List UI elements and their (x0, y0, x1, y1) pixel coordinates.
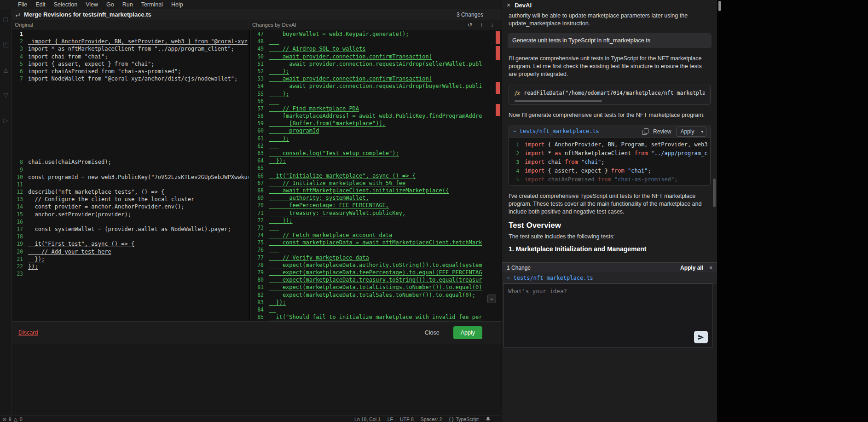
run-icon[interactable]: ▷ (4, 117, 8, 124)
merge-title-bar: ⇄ Merge Revisions for tests/nft_marketpl… (12, 9, 502, 20)
menu-item[interactable]: Edit (31, 1, 50, 8)
menu-item[interactable]: Selection (50, 1, 81, 8)
scrollbar-thumb[interactable] (718, 1, 721, 11)
close-button[interactable]: Close (418, 327, 446, 339)
dismiss-changes-icon[interactable]: × (709, 265, 712, 271)
code-line: 72 }); (251, 217, 502, 224)
notifications-bell-icon[interactable] (486, 416, 491, 422)
line-number: 23 (12, 270, 23, 277)
line-number: 6 (12, 68, 23, 75)
code-text: expect(marketplaceData.totalSales.toNumb… (269, 291, 475, 299)
error-count: 9 (9, 416, 12, 422)
undo-change-icon[interactable]: ↺ (468, 22, 472, 28)
line-number: 71 (251, 209, 264, 217)
line-number: 76 (251, 246, 264, 254)
code-card-filename[interactable]: ~ tests/nft_marketplace.ts (513, 127, 599, 135)
language-indicator[interactable]: { } TypeScript (449, 416, 479, 422)
code-text: expect(marketplaceData.totalListings.toN… (269, 283, 482, 291)
apply-button[interactable]: Apply (453, 326, 482, 339)
code-line: 58 [marketplaceAddress] = await web3.Pub… (251, 112, 502, 120)
chat-scroll-area[interactable]: authority will be able to update marketp… (502, 10, 717, 262)
devai-code-pane[interactable]: 47 buyerWallet = web3.Keypair.generate()… (251, 29, 502, 321)
diff-alignment-spacer (12, 82, 249, 158)
editor-overflow-menu-icon[interactable]: ≡ (487, 295, 496, 303)
line-number: 75 (251, 239, 264, 246)
code-line: 19 it("First test", async () => { (12, 240, 249, 248)
panel-scrollbar[interactable] (713, 179, 716, 207)
explorer-icon[interactable]: ▢ (3, 16, 8, 23)
code-card-header: ~ tests/nft_marketplace.ts Review Apply … (509, 125, 710, 138)
code-line: 64 }); (251, 157, 502, 164)
code-text: import { AnchorProvider, BN, Program, se… (525, 140, 707, 149)
chevron-down-icon[interactable]: ▾ (698, 127, 706, 136)
indent-indicator[interactable]: Spaces: 2 (421, 416, 442, 422)
code-card-body[interactable]: 1 import { AnchorProvider, BN, Program, … (509, 138, 710, 185)
code-line: 57 // Find marketplace PDA (251, 105, 502, 112)
line-number: 55 (251, 90, 264, 98)
tool-call-card[interactable]: ƒx readFileData("/home/odomart7014/marke… (509, 85, 711, 105)
code-text: import NodeWallet from "@coral-xyz/ancho… (28, 75, 237, 82)
code-text (269, 142, 279, 150)
line-number: 4 (509, 167, 519, 175)
line-number: 20 (12, 248, 23, 255)
code-snippet-card: ~ tests/nft_marketplace.ts Review Apply … (509, 125, 711, 186)
code-line: 9 (12, 166, 249, 173)
code-line: 75 const marketplaceData = await nftMark… (251, 239, 502, 246)
test-icon[interactable]: ▽ (4, 92, 8, 98)
line-number: 83 (251, 299, 264, 306)
assistant-message: Now I'll generate comprehensive unit tes… (509, 111, 711, 119)
chat-input-placeholder: What's your idea? (508, 288, 567, 295)
code-line: 61 ); (251, 135, 502, 142)
problems-indicator[interactable]: ⊘ 9 △ 0 (2, 416, 23, 422)
menu-item[interactable]: Go (102, 1, 118, 8)
user-message: Generate unit tests in TypeScript in nft… (508, 33, 712, 48)
line-number: 68 (251, 187, 264, 194)
line-number: 17 (12, 225, 23, 233)
apply-all-button[interactable]: Apply all (680, 265, 703, 271)
code-line: 16 (12, 218, 249, 225)
search-icon[interactable]: ◰ (3, 41, 8, 48)
changed-file-item[interactable]: ~ tests/nft_marketplace.ts (502, 272, 717, 283)
horizontal-scrollbar[interactable] (515, 100, 602, 102)
eol-indicator[interactable]: LF (388, 416, 393, 422)
line-number: 3 (12, 45, 23, 52)
source-control-icon[interactable]: ◬ (4, 66, 8, 73)
devai-panel-title: DevAI (515, 2, 532, 9)
line-number: 66 (251, 172, 264, 179)
language-label: TypeScript (456, 416, 479, 422)
line-number: 12 (12, 188, 23, 196)
menu-item[interactable]: Terminal (137, 1, 167, 8)
code-text: import { AnchorProvider, BN, setProvider… (28, 38, 248, 45)
next-change-icon[interactable]: ↓ (491, 22, 493, 28)
menu-item[interactable]: View (81, 1, 102, 8)
cursor-position[interactable]: Ln 18, Col 1 (354, 416, 381, 422)
line-number: 10 (12, 173, 23, 181)
prev-change-icon[interactable]: ↑ (480, 22, 483, 28)
code-text: // Initialize marketplace with 5% fee (269, 179, 405, 187)
diff-overview-mark (496, 31, 500, 44)
send-button[interactable] (694, 331, 708, 343)
copy-icon[interactable] (642, 128, 648, 134)
menu-item[interactable]: Run (118, 1, 137, 8)
line-number: 59 (251, 120, 264, 127)
discard-link[interactable]: Discard (18, 330, 38, 336)
encoding-indicator[interactable]: UTF-8 (400, 416, 414, 422)
review-button[interactable]: Review (653, 128, 671, 135)
menu-item[interactable]: Help (167, 1, 187, 8)
code-text: await provider.connection.requestAirdrop… (269, 82, 482, 90)
code-line: 69 authority: systemWallet, (251, 194, 502, 202)
apply-snippet-button[interactable]: Apply (677, 127, 698, 136)
code-line: 74 // Fetch marketplace account data (251, 231, 502, 239)
line-number: 13 (12, 196, 23, 203)
original-code-pane[interactable]: 1 2 import { AnchorProvider, BN, setProv… (12, 29, 249, 321)
code-text (269, 164, 276, 172)
line-number: 84 (251, 306, 264, 313)
menu-item[interactable]: File (14, 1, 31, 8)
close-panel-icon[interactable]: × (507, 1, 510, 9)
editor-window: File Edit Selection View Go Run Terminal… (0, 0, 502, 422)
chat-input[interactable]: What's your idea? (503, 283, 712, 347)
merge-editor: ⇄ Merge Revisions for tests/nft_marketpl… (12, 9, 502, 416)
code-text: // Add your test here (28, 248, 111, 255)
line-number: 21 (12, 255, 23, 263)
line-number: 3 (509, 158, 519, 167)
